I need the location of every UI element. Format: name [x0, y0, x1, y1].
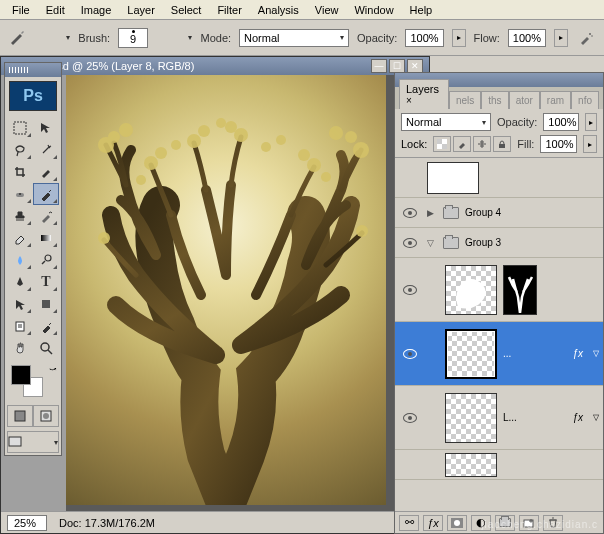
blend-mode-select[interactable]: Normal▾ — [239, 29, 349, 47]
layer-row-selected[interactable]: ... ƒx ▽ — [395, 322, 603, 386]
close-button[interactable]: ✕ — [407, 59, 423, 73]
gradient-tool[interactable] — [33, 227, 59, 249]
tab-navigator[interactable]: ator — [509, 91, 540, 109]
fx-expand-icon[interactable]: ▽ — [593, 413, 599, 422]
group-name[interactable]: Group 3 — [465, 237, 599, 248]
lock-all-button[interactable] — [493, 136, 511, 152]
menu-file[interactable]: File — [4, 2, 38, 18]
zoom-tool[interactable] — [33, 337, 59, 359]
menu-image[interactable]: Image — [73, 2, 120, 18]
lock-pixels-button[interactable] — [453, 136, 471, 152]
layer-mask-button[interactable] — [447, 515, 467, 531]
tab-paths[interactable]: ths — [481, 91, 508, 109]
brush-tool-icon[interactable] — [8, 28, 26, 48]
visibility-icon[interactable] — [403, 413, 417, 423]
blur-tool[interactable] — [7, 249, 33, 271]
foreground-color[interactable] — [11, 365, 31, 385]
eraser-tool[interactable] — [7, 227, 33, 249]
brush-tool[interactable] — [33, 183, 59, 205]
menu-select[interactable]: Select — [163, 2, 210, 18]
screen-mode-button[interactable]: ▾ — [7, 431, 59, 453]
fill-arrow[interactable]: ▸ — [583, 135, 597, 153]
menu-filter[interactable]: Filter — [209, 2, 249, 18]
layer-opacity-input[interactable]: 100% — [543, 113, 579, 131]
canvas[interactable] — [66, 75, 429, 511]
hand-tool[interactable] — [7, 337, 33, 359]
flow-arrow[interactable]: ▸ — [554, 29, 568, 47]
move-tool[interactable] — [33, 117, 59, 139]
crop-tool[interactable] — [7, 161, 33, 183]
airbrush-icon[interactable] — [576, 28, 596, 48]
layer-name[interactable]: ... — [503, 348, 566, 359]
slice-tool[interactable] — [33, 161, 59, 183]
tab-layers[interactable]: Layers × — [399, 79, 449, 109]
flow-input[interactable]: 100% — [508, 29, 546, 47]
document-titlebar[interactable]: ⦀⦀ _tree.psd @ 25% (Layer 8, RGB/8) — ☐ … — [1, 57, 429, 75]
layer-row[interactable]: L... ƒx ▽ — [395, 386, 603, 450]
layer-row[interactable] — [395, 158, 603, 198]
group-name[interactable]: Group 4 — [465, 207, 599, 218]
fx-expand-icon[interactable]: ▽ — [593, 349, 599, 358]
visibility-icon[interactable] — [403, 349, 417, 359]
layer-thumbnail[interactable] — [445, 265, 497, 315]
lasso-tool[interactable] — [7, 139, 33, 161]
visibility-icon[interactable] — [403, 208, 417, 218]
pen-tool[interactable] — [7, 271, 33, 293]
expand-icon[interactable]: ▶ — [427, 208, 437, 218]
visibility-icon[interactable] — [403, 285, 417, 295]
tab-info[interactable]: nfo — [571, 91, 599, 109]
zoom-input[interactable]: 25% — [7, 515, 47, 531]
opacity-arrow[interactable]: ▸ — [452, 29, 466, 47]
lock-transparency-button[interactable] — [433, 136, 451, 152]
standard-mode-button[interactable] — [7, 405, 33, 427]
menu-help[interactable]: Help — [402, 2, 441, 18]
layer-row[interactable] — [395, 258, 603, 322]
eyedropper-tool[interactable] — [33, 315, 59, 337]
layer-row[interactable] — [395, 450, 603, 480]
stamp-tool[interactable] — [7, 205, 33, 227]
type-tool[interactable]: T — [33, 271, 59, 293]
layer-thumbnail[interactable] — [445, 329, 497, 379]
fx-icon[interactable]: ƒx — [572, 412, 587, 423]
group-row[interactable]: ▽ Group 3 — [395, 228, 603, 258]
quickmask-mode-button[interactable] — [33, 405, 59, 427]
tab-histogram[interactable]: ram — [540, 91, 571, 109]
maximize-button[interactable]: ☐ — [389, 59, 405, 73]
layer-name[interactable]: L... — [503, 412, 566, 423]
swap-colors-icon[interactable]: ⤻ — [47, 363, 59, 375]
brush-dropdown[interactable]: ▾ — [184, 33, 192, 42]
menu-bar: File Edit Image Layer Select Filter Anal… — [0, 0, 604, 20]
layer-thumbnail[interactable] — [445, 393, 497, 443]
layer-fx-button[interactable]: ƒx — [423, 515, 443, 531]
layer-blend-mode-select[interactable]: Normal▾ — [401, 113, 491, 131]
collapse-icon[interactable]: ▽ — [427, 238, 437, 248]
fx-icon[interactable]: ƒx — [572, 348, 587, 359]
history-brush-tool[interactable] — [33, 205, 59, 227]
layer-opacity-arrow[interactable]: ▸ — [585, 113, 597, 131]
minimize-button[interactable]: — — [371, 59, 387, 73]
opacity-input[interactable]: 100% — [405, 29, 443, 47]
menu-window[interactable]: Window — [346, 2, 401, 18]
lock-position-button[interactable] — [473, 136, 491, 152]
marquee-tool[interactable] — [7, 117, 33, 139]
visibility-icon[interactable] — [403, 238, 417, 248]
tool-preset-dropdown[interactable]: ▾ — [62, 33, 70, 42]
layer-mask-thumbnail[interactable] — [503, 265, 537, 315]
menu-edit[interactable]: Edit — [38, 2, 73, 18]
link-layers-button[interactable]: ⚯ — [399, 515, 419, 531]
menu-analysis[interactable]: Analysis — [250, 2, 307, 18]
layer-thumbnail[interactable] — [445, 453, 497, 477]
toolbox-header[interactable] — [5, 63, 61, 77]
wand-tool[interactable] — [33, 139, 59, 161]
menu-view[interactable]: View — [307, 2, 347, 18]
heal-tool[interactable] — [7, 183, 33, 205]
shape-tool[interactable] — [33, 293, 59, 315]
group-row[interactable]: ▶ Group 4 — [395, 198, 603, 228]
menu-layer[interactable]: Layer — [119, 2, 163, 18]
brush-preset-picker[interactable]: 9 — [118, 28, 148, 48]
dodge-tool[interactable] — [33, 249, 59, 271]
fill-input[interactable]: 100% — [540, 135, 577, 153]
path-select-tool[interactable] — [7, 293, 33, 315]
tab-channels[interactable]: nels — [449, 91, 481, 109]
notes-tool[interactable] — [7, 315, 33, 337]
